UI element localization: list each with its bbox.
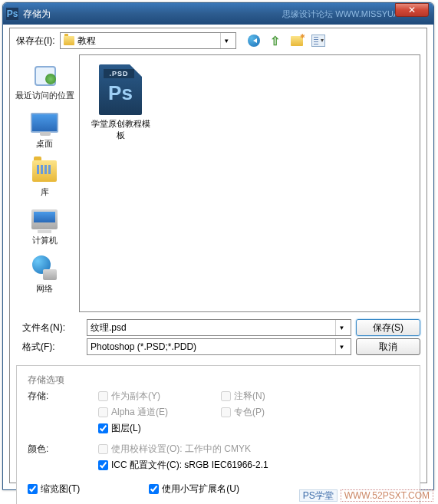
chevron-down-icon: ▼ bbox=[335, 320, 347, 335]
chevron-down-icon: ▼ bbox=[335, 339, 347, 354]
close-button[interactable]: ✕ bbox=[395, 3, 429, 17]
checkbox-spot: 专色(P) bbox=[221, 406, 344, 419]
sidebar-item-network[interactable]: 网络 bbox=[10, 251, 79, 298]
network-icon bbox=[32, 255, 57, 280]
sidebar-item-label: 网络 bbox=[36, 283, 53, 295]
computer-icon bbox=[31, 209, 58, 229]
checkbox-proof: 使用校样设置(O): 工作中的 CMYK bbox=[98, 443, 409, 456]
places-sidebar: 最近访问的位置 桌面 库 计算机 网络 bbox=[10, 53, 79, 314]
color-section-label: 颜色: bbox=[28, 443, 98, 472]
checkbox-copy: 作为副本(Y) bbox=[98, 390, 221, 403]
format-label: 格式(F): bbox=[16, 341, 82, 354]
sidebar-item-computer[interactable]: 计算机 bbox=[10, 203, 79, 249]
checkbox-layers[interactable]: 图层(L) bbox=[98, 422, 221, 435]
checkbox-alpha: Alpha 通道(E) bbox=[98, 406, 221, 419]
titlebar: Ps 存储为 思缘设计论坛 WWW.MISSYUAN.COM ✕ bbox=[3, 3, 433, 25]
checkbox-notes: 注释(N) bbox=[221, 390, 344, 403]
sidebar-item-label: 计算机 bbox=[32, 235, 58, 246]
filename-label: 文件名(N): bbox=[16, 321, 82, 334]
sidebar-item-library[interactable]: 库 bbox=[10, 154, 79, 201]
format-combo[interactable]: Photoshop (*.PSD;*.PDD) ▼ bbox=[87, 338, 351, 355]
footer-watermark: PS学堂WWW.52PSXT.COM bbox=[299, 489, 433, 502]
recent-icon bbox=[31, 63, 58, 86]
chevron-down-icon: ▼ bbox=[220, 33, 232, 48]
checkbox-lowercase[interactable]: 使用小写扩展名(U) bbox=[149, 483, 239, 496]
file-label: 学堂原创教程模板 bbox=[89, 118, 152, 141]
window-title: 存储为 bbox=[23, 8, 282, 21]
desktop-icon bbox=[31, 113, 58, 133]
sidebar-item-desktop[interactable]: 桌面 bbox=[10, 106, 79, 153]
up-icon: ⇧ bbox=[270, 34, 280, 48]
sidebar-item-label: 最近访问的位置 bbox=[15, 90, 74, 101]
location-text: 教程 bbox=[77, 35, 96, 48]
sidebar-item-label: 桌面 bbox=[36, 138, 53, 150]
sidebar-item-label: 库 bbox=[41, 186, 49, 198]
file-list[interactable]: .PSD Ps 学堂原创教程模板 bbox=[79, 54, 420, 312]
folder-icon bbox=[64, 36, 74, 45]
checkbox-thumbnail[interactable]: 缩览图(T) bbox=[28, 483, 80, 496]
options-title: 存储选项 bbox=[28, 374, 409, 387]
cancel-button[interactable]: 取消 bbox=[356, 338, 420, 355]
new-folder-button[interactable] bbox=[290, 34, 304, 48]
new-folder-icon bbox=[291, 36, 303, 46]
views-icon bbox=[311, 35, 325, 47]
back-button[interactable] bbox=[247, 34, 261, 48]
filename-value: 纹理.psd bbox=[91, 321, 127, 334]
filename-input[interactable]: 纹理.psd ▼ bbox=[87, 319, 351, 336]
psd-file-icon: .PSD Ps bbox=[99, 64, 142, 115]
dialog-body: 保存在(I): 教程 ▼ ⇧ 最近访问的位置 bbox=[9, 28, 427, 483]
close-icon: ✕ bbox=[408, 5, 416, 15]
sidebar-item-recent[interactable]: 最近访问的位置 bbox=[10, 58, 79, 104]
app-icon: Ps bbox=[6, 8, 18, 20]
save-in-label: 保存在(I): bbox=[16, 35, 55, 48]
save-button[interactable]: 保存(S) bbox=[356, 319, 420, 336]
checkbox-icc[interactable]: ICC 配置文件(C): sRGB IEC61966-2.1 bbox=[98, 459, 409, 472]
views-button[interactable] bbox=[311, 34, 325, 48]
save-as-dialog: Ps 存储为 思缘设计论坛 WWW.MISSYUAN.COM ✕ 保存在(I):… bbox=[2, 2, 434, 490]
save-options-panel: 存储选项 存储: 作为副本(Y) 注释(N) Alpha 通道(E) 专色(P)… bbox=[16, 365, 420, 504]
save-section-label: 存储: bbox=[28, 390, 98, 435]
up-button[interactable]: ⇧ bbox=[268, 34, 282, 48]
toolbar: 保存在(I): 教程 ▼ ⇧ bbox=[10, 28, 426, 53]
location-combo[interactable]: 教程 ▼ bbox=[60, 32, 236, 49]
library-icon bbox=[32, 160, 57, 182]
back-icon bbox=[248, 35, 260, 47]
format-value: Photoshop (*.PSD;*.PDD) bbox=[91, 341, 196, 352]
file-item[interactable]: .PSD Ps 学堂原创教程模板 bbox=[86, 61, 155, 144]
